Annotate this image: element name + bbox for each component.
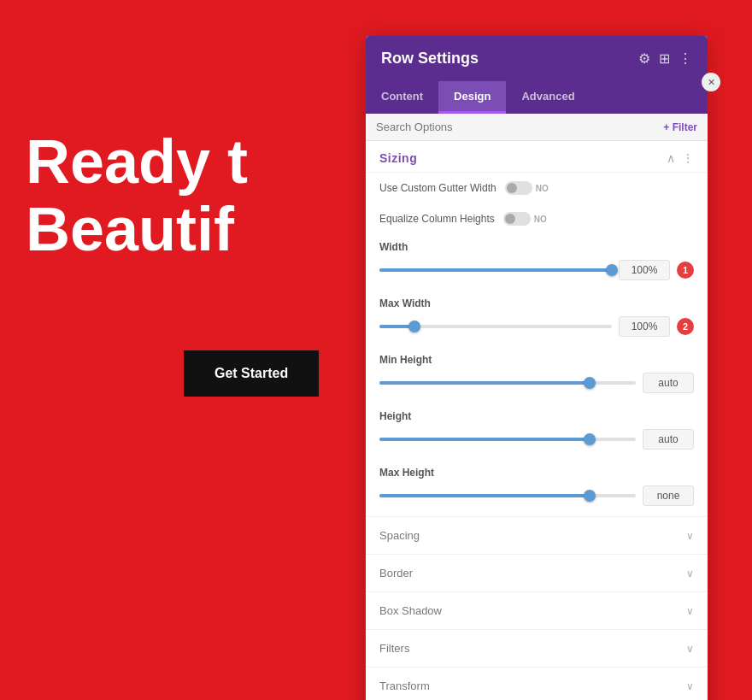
equalize-heights-row: Equalize Column Heights NO bbox=[366, 203, 708, 234]
row-settings-panel: Row Settings ⚙ ⊞ ⋮ Content Design Advanc… bbox=[366, 36, 708, 700]
max-width-label: Max Width bbox=[379, 297, 694, 309]
max-width-badge: 2 bbox=[677, 318, 694, 335]
custom-gutter-toggle[interactable]: NO bbox=[505, 181, 549, 195]
collapse-icon[interactable]: ∧ bbox=[667, 151, 675, 165]
height-slider-container: auto bbox=[379, 429, 694, 450]
height-label: Height bbox=[379, 410, 694, 422]
width-row: Width 100% 1 bbox=[366, 234, 708, 291]
box-shadow-section[interactable]: Box Shadow ∨ bbox=[366, 591, 708, 629]
border-chevron-icon: ∨ bbox=[686, 568, 694, 579]
panel-close-button[interactable]: ✕ bbox=[702, 73, 720, 91]
spacing-section[interactable]: Spacing ∨ bbox=[366, 516, 708, 554]
spacing-chevron-icon: ∨ bbox=[686, 530, 694, 542]
equalize-heights-track[interactable] bbox=[503, 212, 531, 226]
height-row: Height auto bbox=[366, 403, 708, 460]
panel-header: Row Settings ⚙ ⊞ ⋮ bbox=[366, 36, 708, 81]
max-width-slider-container: 100% 2 bbox=[379, 316, 694, 337]
background-text: Ready t Beautif bbox=[26, 128, 248, 263]
transform-label: Transform bbox=[379, 679, 430, 692]
filters-chevron-icon: ∨ bbox=[686, 643, 694, 655]
get-started-button[interactable]: Get Started bbox=[184, 350, 319, 397]
min-height-slider-track[interactable] bbox=[379, 381, 636, 385]
custom-gutter-row: Use Custom Gutter Width NO bbox=[366, 173, 708, 203]
max-height-slider-container: none bbox=[379, 485, 694, 506]
max-height-slider-fill bbox=[379, 494, 590, 497]
equalize-heights-label: Equalize Column Heights bbox=[379, 213, 495, 225]
min-height-slider-container: auto bbox=[379, 373, 694, 393]
more-icon[interactable]: ⋮ bbox=[679, 50, 692, 67]
panel-content: Sizing ∧ ⋮ Use Custom Gutter Width NO Eq… bbox=[366, 141, 708, 700]
width-slider-fill bbox=[379, 268, 612, 272]
tab-advanced[interactable]: Advanced bbox=[506, 81, 590, 114]
custom-gutter-no-label: NO bbox=[536, 184, 549, 193]
spacing-label: Spacing bbox=[379, 529, 420, 542]
height-slider-thumb[interactable] bbox=[584, 433, 596, 445]
equalize-heights-no-label: NO bbox=[534, 215, 547, 224]
max-width-slider-track[interactable] bbox=[379, 325, 612, 328]
width-slider-thumb[interactable] bbox=[606, 264, 618, 276]
search-bar: + Filter bbox=[366, 114, 708, 141]
sizing-section-title: Sizing bbox=[379, 151, 417, 165]
transform-section[interactable]: Transform ∨ bbox=[366, 667, 708, 700]
sizing-section-controls: ∧ ⋮ bbox=[667, 151, 694, 165]
max-height-row: Max Height none bbox=[366, 460, 708, 516]
columns-icon[interactable]: ⊞ bbox=[659, 50, 670, 67]
width-badge: 1 bbox=[677, 262, 694, 279]
max-height-label: Max Height bbox=[379, 467, 694, 479]
settings-icon[interactable]: ⚙ bbox=[638, 50, 650, 67]
max-height-value[interactable]: none bbox=[643, 485, 694, 506]
max-width-row: Max Width 100% 2 bbox=[366, 291, 708, 347]
transform-chevron-icon: ∨ bbox=[686, 680, 694, 692]
custom-gutter-label: Use Custom Gutter Width bbox=[379, 182, 496, 194]
height-slider-track[interactable] bbox=[379, 438, 636, 441]
search-input[interactable] bbox=[376, 121, 663, 133]
custom-gutter-track[interactable] bbox=[505, 181, 532, 195]
width-slider-container: 100% 1 bbox=[379, 260, 694, 280]
height-value[interactable]: auto bbox=[643, 429, 694, 450]
width-slider-track[interactable] bbox=[379, 268, 612, 272]
equalize-heights-toggle[interactable]: NO bbox=[503, 212, 547, 226]
width-value[interactable]: 100% bbox=[619, 260, 670, 280]
filter-button[interactable]: + Filter bbox=[663, 121, 697, 133]
min-height-value[interactable]: auto bbox=[643, 373, 694, 393]
height-slider-fill bbox=[379, 438, 590, 441]
box-shadow-chevron-icon: ∨ bbox=[686, 605, 694, 617]
sizing-section-header: Sizing ∧ ⋮ bbox=[366, 141, 708, 173]
equalize-heights-knob bbox=[505, 214, 515, 224]
max-height-slider-track[interactable] bbox=[379, 494, 636, 497]
tab-design[interactable]: Design bbox=[438, 81, 506, 114]
filters-section[interactable]: Filters ∨ bbox=[366, 629, 708, 667]
sizing-more-icon[interactable]: ⋮ bbox=[682, 151, 694, 165]
min-height-row: Min Height auto bbox=[366, 347, 708, 403]
custom-gutter-knob bbox=[507, 183, 517, 193]
border-section[interactable]: Border ∨ bbox=[366, 554, 708, 591]
panel-header-icons: ⚙ ⊞ ⋮ bbox=[638, 50, 692, 67]
min-height-label: Min Height bbox=[379, 354, 694, 366]
width-label: Width bbox=[379, 241, 694, 253]
max-height-slider-thumb[interactable] bbox=[584, 490, 596, 502]
min-height-slider-thumb[interactable] bbox=[584, 377, 596, 389]
min-height-slider-fill bbox=[379, 381, 590, 385]
max-width-value[interactable]: 100% bbox=[619, 316, 670, 337]
box-shadow-label: Box Shadow bbox=[379, 604, 442, 617]
max-width-slider-thumb[interactable] bbox=[408, 321, 420, 332]
panel-tabs: Content Design Advanced bbox=[366, 81, 708, 114]
tab-content[interactable]: Content bbox=[366, 81, 438, 114]
panel-title: Row Settings bbox=[381, 50, 479, 68]
border-label: Border bbox=[379, 567, 413, 579]
filters-label: Filters bbox=[379, 642, 409, 655]
